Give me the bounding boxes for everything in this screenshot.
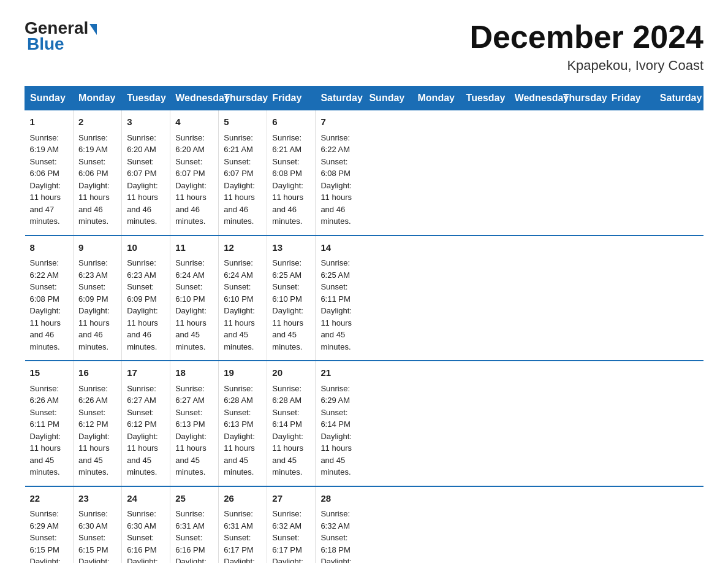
logo: General Blue [25,18,97,54]
day-number: 19 [224,366,262,380]
weekday-header-saturday: Saturday [316,86,364,110]
weekday-header-saturday: Saturday [654,86,703,110]
day-info: Sunrise: 6:20 AMSunset: 6:07 PMDaylight:… [127,133,158,226]
logo-arrow-icon [89,24,97,35]
weekday-header-sunday: Sunday [25,86,74,110]
day-number: 28 [320,492,359,506]
day-number: 18 [175,366,213,380]
calendar-cell: 19Sunrise: 6:28 AMSunset: 6:13 PMDayligh… [219,361,267,486]
calendar-cell: 23Sunrise: 6:30 AMSunset: 6:15 PMDayligh… [74,486,122,564]
calendar-week-row: 15Sunrise: 6:26 AMSunset: 6:11 PMDayligh… [25,361,703,486]
calendar-week-row: 8Sunrise: 6:22 AMSunset: 6:08 PMDaylight… [25,236,703,361]
day-info: Sunrise: 6:21 AMSunset: 6:08 PMDaylight:… [272,133,303,226]
day-number: 10 [127,241,165,255]
calendar-cell: 7Sunrise: 6:22 AMSunset: 6:08 PMDaylight… [316,110,364,236]
calendar-cell: 6Sunrise: 6:21 AMSunset: 6:08 PMDaylight… [267,110,316,236]
calendar-cell: 10Sunrise: 6:23 AMSunset: 6:09 PMDayligh… [122,236,170,361]
calendar-cell: 26Sunrise: 6:31 AMSunset: 6:17 PMDayligh… [219,486,267,564]
calendar-week-row: 22Sunrise: 6:29 AMSunset: 6:15 PMDayligh… [25,486,703,564]
calendar-cell: 13Sunrise: 6:25 AMSunset: 6:10 PMDayligh… [267,236,316,361]
calendar-cell: 3Sunrise: 6:20 AMSunset: 6:07 PMDaylight… [122,110,170,236]
day-number: 8 [30,241,69,255]
calendar-cell: 27Sunrise: 6:32 AMSunset: 6:17 PMDayligh… [267,486,316,564]
day-number: 16 [78,366,116,380]
weekday-header-wednesday: Wednesday [170,86,219,110]
day-number: 23 [78,492,116,506]
day-info: Sunrise: 6:23 AMSunset: 6:09 PMDaylight:… [78,258,110,351]
calendar-cell: 14Sunrise: 6:25 AMSunset: 6:11 PMDayligh… [316,236,364,361]
day-info: Sunrise: 6:27 AMSunset: 6:13 PMDaylight:… [175,384,207,477]
weekday-header-monday: Monday [412,86,461,110]
title-block: December 2024 Kpapekou, Ivory Coast [469,18,703,74]
day-number: 21 [320,366,359,380]
day-info: Sunrise: 6:24 AMSunset: 6:10 PMDaylight:… [175,258,207,351]
day-number: 2 [78,115,116,129]
day-info: Sunrise: 6:20 AMSunset: 6:07 PMDaylight:… [175,133,207,226]
day-info: Sunrise: 6:30 AMSunset: 6:16 PMDaylight:… [127,509,158,563]
day-number: 20 [272,366,310,380]
calendar-table: SundayMondayTuesdayWednesdayThursdayFrid… [25,86,703,563]
weekday-header-tuesday: Tuesday [122,86,170,110]
day-info: Sunrise: 6:19 AMSunset: 6:06 PMDaylight:… [78,133,110,226]
calendar-cell: 1Sunrise: 6:19 AMSunset: 6:06 PMDaylight… [25,110,74,236]
day-info: Sunrise: 6:29 AMSunset: 6:14 PMDaylight:… [320,384,352,477]
calendar-cell: 11Sunrise: 6:24 AMSunset: 6:10 PMDayligh… [170,236,219,361]
logo-blue-text: Blue [25,34,64,54]
day-number: 26 [224,492,262,506]
weekday-header-tuesday: Tuesday [461,86,509,110]
day-info: Sunrise: 6:29 AMSunset: 6:15 PMDaylight:… [30,509,61,563]
day-info: Sunrise: 6:25 AMSunset: 6:10 PMDaylight:… [272,258,303,351]
weekday-header-thursday: Thursday [219,86,267,110]
day-number: 22 [30,492,69,506]
day-info: Sunrise: 6:28 AMSunset: 6:13 PMDaylight:… [224,384,255,477]
day-number: 1 [30,115,69,129]
day-number: 25 [175,492,213,506]
weekday-header-monday: Monday [74,86,122,110]
day-info: Sunrise: 6:22 AMSunset: 6:08 PMDaylight:… [320,133,352,226]
page-header: General Blue December 2024 Kpapekou, Ivo… [25,18,703,74]
weekday-header-thursday: Thursday [558,86,606,110]
day-info: Sunrise: 6:26 AMSunset: 6:11 PMDaylight:… [30,384,61,477]
calendar-cell: 5Sunrise: 6:21 AMSunset: 6:07 PMDaylight… [219,110,267,236]
day-number: 13 [272,241,310,255]
calendar-cell: 2Sunrise: 6:19 AMSunset: 6:06 PMDaylight… [74,110,122,236]
day-number: 6 [272,115,310,129]
day-info: Sunrise: 6:21 AMSunset: 6:07 PMDaylight:… [224,133,255,226]
day-info: Sunrise: 6:28 AMSunset: 6:14 PMDaylight:… [272,384,303,477]
day-number: 27 [272,492,310,506]
day-info: Sunrise: 6:19 AMSunset: 6:06 PMDaylight:… [30,133,61,226]
calendar-cell: 22Sunrise: 6:29 AMSunset: 6:15 PMDayligh… [25,486,74,564]
calendar-header-row: SundayMondayTuesdayWednesdayThursdayFrid… [25,86,703,110]
day-info: Sunrise: 6:22 AMSunset: 6:08 PMDaylight:… [30,258,61,351]
calendar-cell: 16Sunrise: 6:26 AMSunset: 6:12 PMDayligh… [74,361,122,486]
day-number: 4 [175,115,213,129]
day-info: Sunrise: 6:25 AMSunset: 6:11 PMDaylight:… [320,258,352,351]
day-info: Sunrise: 6:31 AMSunset: 6:16 PMDaylight:… [175,509,207,563]
calendar-cell: 28Sunrise: 6:32 AMSunset: 6:18 PMDayligh… [316,486,364,564]
day-info: Sunrise: 6:32 AMSunset: 6:18 PMDaylight:… [320,509,352,563]
calendar-cell: 21Sunrise: 6:29 AMSunset: 6:14 PMDayligh… [316,361,364,486]
day-number: 15 [30,366,69,380]
location-label: Kpapekou, Ivory Coast [469,58,703,74]
day-number: 5 [224,115,262,129]
calendar-cell: 8Sunrise: 6:22 AMSunset: 6:08 PMDaylight… [25,236,74,361]
calendar-cell: 24Sunrise: 6:30 AMSunset: 6:16 PMDayligh… [122,486,170,564]
day-info: Sunrise: 6:30 AMSunset: 6:15 PMDaylight:… [78,509,110,563]
calendar-cell: 20Sunrise: 6:28 AMSunset: 6:14 PMDayligh… [267,361,316,486]
weekday-header-friday: Friday [267,86,316,110]
day-number: 17 [127,366,165,380]
calendar-cell: 17Sunrise: 6:27 AMSunset: 6:12 PMDayligh… [122,361,170,486]
calendar-cell: 18Sunrise: 6:27 AMSunset: 6:13 PMDayligh… [170,361,219,486]
day-number: 14 [320,241,359,255]
month-title: December 2024 [469,18,703,55]
day-info: Sunrise: 6:23 AMSunset: 6:09 PMDaylight:… [127,258,158,351]
weekday-header-wednesday: Wednesday [509,86,558,110]
day-info: Sunrise: 6:32 AMSunset: 6:17 PMDaylight:… [272,509,303,563]
day-number: 24 [127,492,165,506]
day-number: 9 [78,241,116,255]
day-info: Sunrise: 6:24 AMSunset: 6:10 PMDaylight:… [224,258,255,351]
day-number: 3 [127,115,165,129]
calendar-cell: 15Sunrise: 6:26 AMSunset: 6:11 PMDayligh… [25,361,74,486]
day-number: 7 [320,115,359,129]
weekday-header-friday: Friday [606,86,654,110]
